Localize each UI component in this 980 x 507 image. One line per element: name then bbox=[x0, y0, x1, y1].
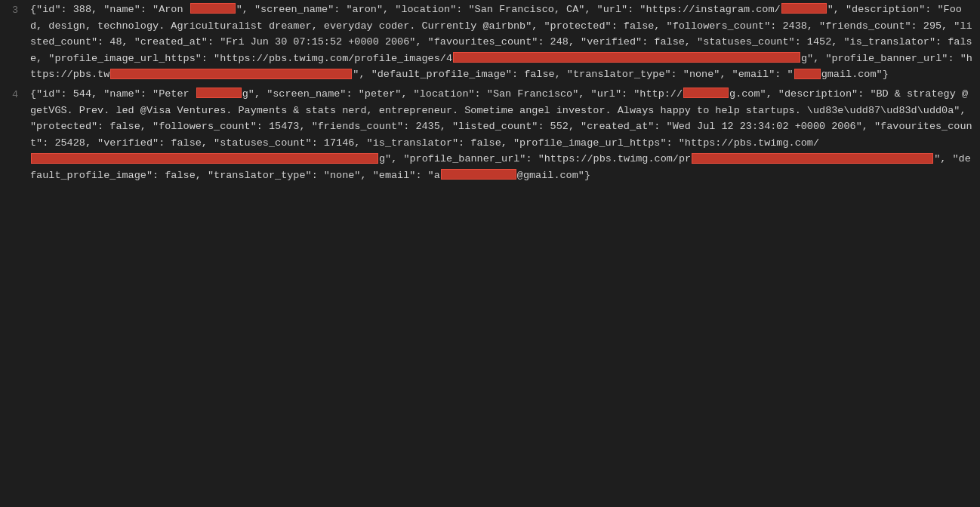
code-display: 3 {"id": 388, "name": "Aron ", "screen_n… bbox=[0, 0, 980, 186]
redacted-banner-4 bbox=[692, 153, 933, 164]
redacted-email-4 bbox=[441, 169, 516, 180]
code-row-4: 4 {"id": 544, "name": "Peter g", "screen… bbox=[0, 84, 980, 186]
redacted-profile-img-4 bbox=[31, 153, 378, 164]
redacted-name-3 bbox=[190, 3, 236, 14]
line-number-4: 4 bbox=[0, 86, 30, 103]
redacted-name-4 bbox=[196, 88, 242, 98]
redacted-email-prefix-3 bbox=[794, 69, 821, 79]
redacted-url-3 bbox=[781, 3, 827, 14]
code-row-3: 3 {"id": 388, "name": "Aron ", "screen_n… bbox=[0, 0, 980, 84]
redacted-url-4 bbox=[683, 88, 729, 98]
redacted-profile-img-3 bbox=[453, 52, 800, 63]
line-number-3: 3 bbox=[0, 2, 30, 19]
redacted-banner-3 bbox=[110, 69, 352, 79]
code-content-3: {"id": 388, "name": "Aron ", "screen_nam… bbox=[30, 2, 980, 83]
code-content-4: {"id": 544, "name": "Peter g", "screen_n… bbox=[30, 86, 980, 184]
